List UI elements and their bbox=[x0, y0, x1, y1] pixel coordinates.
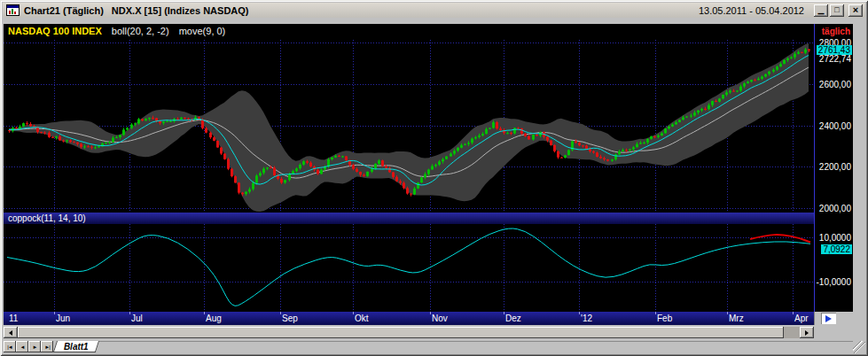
month-tick bbox=[54, 312, 55, 314]
sheet-tab-blatt1[interactable]: Blatt1 bbox=[53, 341, 99, 352]
month-tick bbox=[280, 312, 281, 314]
restore-button[interactable]: □ bbox=[830, 4, 844, 17]
minimize-button[interactable]: ▁ bbox=[814, 4, 828, 17]
month-label-apr: Apr bbox=[794, 313, 809, 323]
month-tick bbox=[204, 312, 205, 314]
chart-panel: NASDAQ 100 INDEX boll(20, 2, -2) move(9,… bbox=[4, 24, 853, 312]
price-axis-label: 2200,00 bbox=[819, 162, 851, 172]
month-tick bbox=[504, 312, 504, 314]
month-tick bbox=[129, 312, 130, 314]
month-tick bbox=[727, 312, 728, 314]
window-icon bbox=[6, 4, 20, 16]
price-axis-label: 2400,00 bbox=[819, 121, 851, 131]
price-axis-label: 2600,00 bbox=[819, 80, 851, 89]
window-titlebar[interactable]: Chart21 (Täglich) NDX.X [15] (Indizes NA… bbox=[3, 3, 865, 18]
sheet-first-button[interactable]: |◄ bbox=[4, 341, 16, 352]
coppock-axis-low-label: -10,0000 bbox=[817, 277, 851, 287]
scrollbar-thumb[interactable] bbox=[18, 327, 784, 338]
month-label-11: 11 bbox=[9, 313, 18, 323]
month-label-mrz: Mrz bbox=[729, 313, 744, 323]
period-label: täglich bbox=[822, 27, 850, 36]
axis-corner bbox=[814, 312, 853, 325]
month-tick bbox=[655, 312, 656, 314]
sheet-tab-bar: |◄ ◄ ► ►| Blatt1 bbox=[4, 341, 853, 353]
month-tick bbox=[793, 312, 794, 314]
scroll-right-button[interactable] bbox=[800, 327, 814, 338]
month-label-jun: Jun bbox=[56, 313, 70, 323]
month-tick bbox=[353, 312, 354, 314]
window-title-symbol: NDX.X [15] (Indizes NASDAQ) bbox=[112, 5, 249, 16]
price-axis: täglich 2800,002600,002400,002200,002000… bbox=[814, 24, 853, 312]
coppock-axis-high-label: 10,0000 bbox=[819, 233, 851, 243]
month-tick bbox=[430, 312, 431, 314]
time-axis: 11JunJulAugSepOktNovDez'12FebMrzApr bbox=[4, 312, 814, 325]
month-label-okt: Okt bbox=[355, 313, 369, 323]
resize-grip[interactable] bbox=[853, 341, 865, 353]
moving-average-indicator-label: move(9, 0) bbox=[179, 26, 226, 36]
month-tick bbox=[579, 312, 580, 314]
chart-legend: NASDAQ 100 INDEX boll(20, 2, -2) move(9,… bbox=[8, 26, 225, 36]
sheet-tab-label: Blatt1 bbox=[64, 342, 89, 352]
close-button[interactable]: × bbox=[848, 4, 863, 17]
scroll-left-button[interactable] bbox=[4, 327, 18, 338]
app-window: Chart21 (Täglich) NDX.X [15] (Indizes NA… bbox=[0, 0, 868, 356]
left-arrow-icon bbox=[9, 330, 12, 336]
titlebar-date-range: 13.05.2011 - 05.04.2012 bbox=[699, 5, 804, 16]
right-arrow-icon bbox=[805, 330, 809, 336]
month-label-12: '12 bbox=[581, 313, 592, 323]
coppock-label: coppock(11, 14, 10) bbox=[8, 213, 86, 223]
month-label-dez: Dez bbox=[505, 313, 521, 323]
right-triangle-icon bbox=[825, 315, 832, 322]
symbol-label: NASDAQ 100 INDEX bbox=[8, 26, 102, 36]
horizontal-scrollbar[interactable] bbox=[4, 327, 814, 338]
price-axis-label: 2000,00 bbox=[819, 204, 851, 213]
sheet-prev-button[interactable]: ◄ bbox=[16, 341, 28, 352]
month-label-nov: Nov bbox=[432, 313, 448, 323]
scrollbar-track[interactable] bbox=[18, 327, 800, 338]
ma-value-label: 2722,74 bbox=[819, 54, 851, 64]
month-label-feb: Feb bbox=[657, 313, 672, 323]
price-chart-canvas[interactable] bbox=[4, 40, 814, 213]
month-label-jul: Jul bbox=[131, 313, 143, 323]
window-title: Chart21 (Täglich) bbox=[24, 5, 104, 16]
coppock-value-badge: 7,0922 bbox=[821, 244, 852, 254]
jump-to-end-button[interactable] bbox=[821, 313, 836, 324]
bollinger-indicator-label: boll(20, 2, -2) bbox=[112, 26, 169, 36]
sheet-last-button[interactable]: ►| bbox=[41, 341, 53, 352]
coppock-header-bar: coppock(11, 14, 10) bbox=[4, 213, 814, 224]
coppock-chart-canvas[interactable] bbox=[4, 224, 814, 312]
tab-bar-filler bbox=[99, 341, 853, 352]
sheet-next-button[interactable]: ► bbox=[28, 341, 41, 352]
month-label-sep: Sep bbox=[282, 313, 298, 323]
month-label-aug: Aug bbox=[206, 313, 222, 323]
